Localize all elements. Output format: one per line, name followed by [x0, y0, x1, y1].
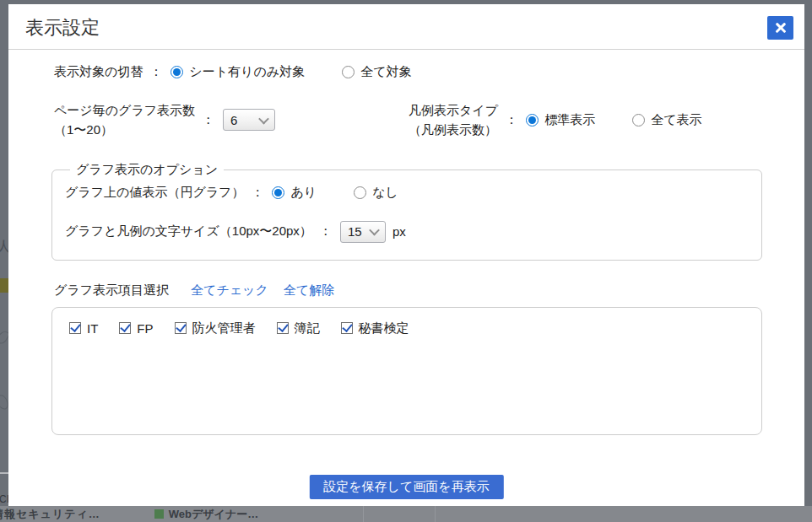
graphs-per-page-select[interactable]: 6 [223, 109, 275, 131]
pie-value-display-label: グラフ上の値表示（円グラフ） [65, 185, 244, 201]
page: { "colors": { "accent_blue": "#2e6bd2", … [0, 0, 812, 522]
radio-sheet-only[interactable]: シート有りのみ対象 [171, 64, 305, 80]
background-divider-fragment [0, 472, 8, 474]
checkbox-item-it[interactable]: IT [69, 321, 98, 336]
graph-options-fieldset: グラフ表示のオプション グラフ上の値表示（円グラフ） ： あり なし グラフと凡… [51, 162, 762, 261]
background-chart-legend: 情報セキュリティ… Webデザイナー… [0, 506, 812, 522]
select-value: 6 [230, 113, 237, 127]
separator-colon: ： [202, 112, 214, 128]
background-legend-label: Webデザイナー… [169, 507, 258, 522]
save-and-refresh-button[interactable]: 設定を保存して画面を再表示 [309, 475, 503, 499]
label-line1: ページ毎のグラフ表示数 [54, 103, 195, 117]
legend-type-label: 凡例表示タイプ （凡例表示数） [409, 100, 498, 140]
checkbox-item-fire-manager[interactable]: 防火管理者 [175, 320, 256, 336]
checkbox-checked-icon[interactable] [119, 322, 131, 334]
checkbox-checked-icon[interactable] [341, 322, 353, 334]
radio-label: 全て対象 [360, 64, 411, 80]
font-size-select[interactable]: 15 [340, 221, 386, 243]
background-gridline [435, 506, 436, 522]
radio-label: シート有りのみ対象 [189, 64, 305, 80]
separator-colon: ： [505, 112, 517, 128]
radio-legend-standard[interactable]: 標準表示 [526, 112, 595, 128]
background-gridline [363, 506, 364, 522]
radio-unselected-icon[interactable] [632, 114, 645, 126]
display-target-row: 表示対象の切替 ： シート有りのみ対象 全て対象 [54, 64, 762, 80]
chevron-down-icon [369, 225, 380, 236]
radio-unselected-icon[interactable] [342, 66, 355, 78]
checkbox-checked-icon[interactable] [69, 322, 81, 334]
graphs-per-page-label: ページ毎のグラフ表示数 （1〜20） [54, 100, 195, 140]
label-line2: （1〜20） [54, 120, 195, 139]
radio-selected-icon[interactable] [272, 186, 284, 199]
radio-unselected-icon[interactable] [354, 186, 366, 199]
checkbox-row: IT FP 防火管理者 簿記 秘書検定 [69, 320, 744, 336]
radio-legend-all[interactable]: 全て表示 [632, 112, 701, 128]
radio-label: あり [290, 185, 317, 201]
select-value: 15 [348, 224, 362, 239]
separator-colon: ： [251, 185, 263, 201]
radio-selected-icon[interactable] [171, 66, 183, 78]
radio-label: なし [372, 185, 398, 201]
separator-colon: ： [319, 223, 332, 239]
checkbox-item-secretary[interactable]: 秘書検定 [341, 320, 409, 336]
background-legend-label: 情報セキュリティ… [0, 507, 100, 522]
background-olive-bar [0, 278, 8, 293]
checkbox-label: IT [87, 321, 98, 336]
font-size-label: グラフと凡例の文字サイズ（10px〜20px） [65, 223, 312, 239]
pie-value-display-row: グラフ上の値表示（円グラフ） ： あり なし [65, 185, 748, 201]
label-line2: （凡例表示数） [409, 120, 498, 139]
radio-value-off[interactable]: なし [354, 185, 398, 201]
font-size-unit: px [392, 224, 406, 239]
radio-label: 標準表示 [544, 112, 595, 128]
font-size-row: グラフと凡例の文字サイズ（10px〜20px） ： 15 px [65, 221, 748, 243]
label-line1: 凡例表示タイプ [409, 103, 498, 117]
item-select-panel: IT FP 防火管理者 簿記 秘書検定 [51, 307, 762, 435]
graph-options-legend: グラフ表示のオプション [70, 162, 224, 178]
dialog-body: 表示対象の切替 ： シート有りのみ対象 全て対象 ページ毎のグラフ表示数 （1〜… [8, 64, 804, 435]
radio-selected-icon[interactable] [526, 114, 539, 126]
item-select-header-row: グラフ表示項目選択 全てチェック 全て解除 [54, 283, 762, 299]
dialog-title: 表示設定 [25, 15, 100, 40]
checkbox-label: 秘書検定 [359, 320, 409, 336]
checkbox-checked-icon[interactable] [277, 322, 289, 334]
checkbox-checked-icon[interactable] [175, 322, 187, 334]
checkbox-label: FP [137, 321, 153, 336]
checkbox-item-fp[interactable]: FP [119, 321, 153, 336]
display-target-label: 表示対象の切替 [54, 64, 143, 80]
radio-value-on[interactable]: あり [272, 185, 317, 201]
close-icon[interactable] [767, 16, 793, 40]
checkbox-item-bookkeeping[interactable]: 簿記 [277, 320, 320, 336]
dialog-header: 表示設定 [8, 4, 804, 50]
checkbox-label: 防火管理者 [192, 320, 256, 336]
uncheck-all-link[interactable]: 全て解除 [284, 283, 334, 299]
checkbox-label: 簿記 [295, 320, 320, 336]
check-all-link[interactable]: 全てチェック [191, 283, 268, 299]
chevron-down-icon [258, 113, 269, 124]
graph-count-legend-row: ページ毎のグラフ表示数 （1〜20） ： 6 凡例表示タイプ （凡例表示数） ：… [54, 100, 762, 140]
radio-all-target[interactable]: 全て対象 [342, 64, 411, 80]
separator-colon: ： [149, 64, 162, 80]
radio-label: 全て表示 [651, 112, 701, 128]
display-settings-dialog: 表示設定 表示対象の切替 ： シート有りのみ対象 全て対象 ページ毎のグラフ表示… [8, 4, 804, 506]
legend-swatch-green [154, 509, 164, 519]
item-select-label: グラフ表示項目選択 [54, 283, 169, 299]
